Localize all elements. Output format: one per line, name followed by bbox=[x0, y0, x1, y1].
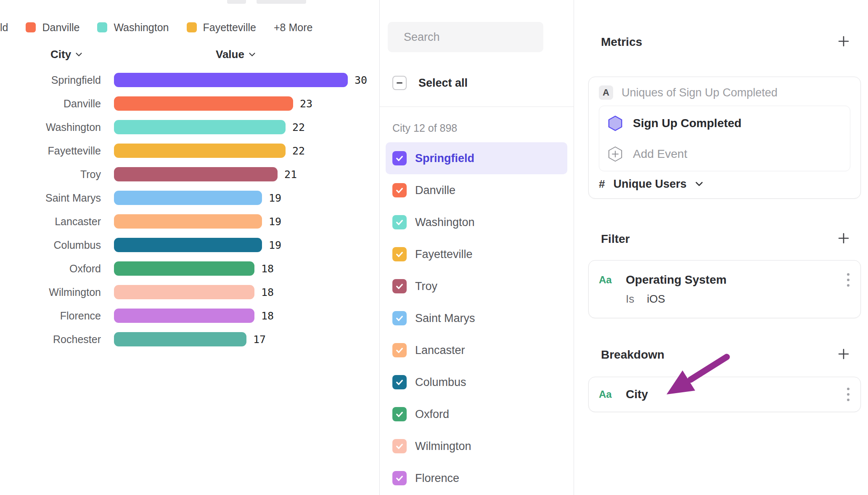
app-root: ld DanvilleWashingtonFayetteville +8 Mor… bbox=[0, 0, 868, 495]
legend-swatch bbox=[97, 22, 107, 32]
chevron-down-icon bbox=[695, 181, 703, 186]
list-item-springfield[interactable]: Springfield bbox=[386, 142, 567, 174]
chart-row: Washington22 bbox=[0, 115, 380, 139]
bar-value: 22 bbox=[292, 145, 305, 157]
legend-label: Danville bbox=[42, 21, 79, 34]
search-box[interactable] bbox=[388, 22, 543, 52]
bar-value: 19 bbox=[269, 216, 281, 228]
bar-label: Fayetteville bbox=[0, 145, 101, 157]
list-item-label: Washington bbox=[415, 216, 475, 229]
list-item-lancaster[interactable]: Lancaster bbox=[380, 334, 574, 366]
sort-chevron-icon bbox=[75, 52, 82, 57]
column-header-city[interactable]: City bbox=[50, 48, 82, 61]
checkbox[interactable] bbox=[392, 311, 407, 325]
list-item-columbus[interactable]: Columbus bbox=[380, 366, 574, 398]
legend-item[interactable]: Fayetteville bbox=[187, 21, 256, 34]
metric-summary-label: Uniques of Sign Up Completed bbox=[622, 86, 778, 99]
measure-label: Unique Users bbox=[613, 178, 686, 191]
list-item-label: Troy bbox=[415, 280, 437, 293]
list-item-fayetteville[interactable]: Fayetteville bbox=[380, 238, 574, 270]
text-type-icon: Aa bbox=[599, 389, 617, 400]
filter-section-title: Filter bbox=[601, 232, 630, 246]
list-item-danville[interactable]: Danville bbox=[380, 174, 574, 206]
checkbox[interactable] bbox=[392, 151, 407, 165]
chart-row: Columbus19 bbox=[0, 233, 380, 257]
bar-label: Washington bbox=[0, 121, 101, 133]
list-item-oxford[interactable]: Oxford bbox=[380, 398, 574, 430]
checkbox[interactable] bbox=[392, 407, 407, 421]
bar-label: Lancaster bbox=[0, 216, 101, 228]
bar-label: Wilmington bbox=[0, 286, 101, 298]
bar-value: 21 bbox=[284, 168, 297, 181]
bar[interactable] bbox=[114, 96, 293, 111]
checkbox[interactable] bbox=[392, 471, 407, 485]
search-input[interactable] bbox=[404, 31, 553, 44]
measure-dropdown[interactable]: # Unique Users bbox=[599, 176, 850, 192]
column-header-city-label: City bbox=[50, 48, 71, 61]
check-icon bbox=[395, 186, 404, 195]
legend-item[interactable]: Washington bbox=[97, 21, 169, 34]
checkbox[interactable] bbox=[392, 439, 407, 453]
legend-items: DanvilleWashingtonFayetteville bbox=[26, 21, 256, 34]
chart-rows: Springfield30Danville23Washington22Fayet… bbox=[0, 68, 380, 351]
select-all-label: Select all bbox=[418, 77, 468, 90]
chart-legend: ld DanvilleWashingtonFayetteville +8 Mor… bbox=[0, 20, 312, 35]
kebab-menu-icon[interactable] bbox=[846, 271, 850, 288]
query-builder-panel: Metrics A Uniques of Sign Up Completed S… bbox=[574, 0, 868, 495]
bar[interactable] bbox=[114, 144, 286, 158]
list-item-label: Florence bbox=[415, 472, 459, 485]
checkbox[interactable] bbox=[392, 343, 407, 357]
add-filter-button[interactable] bbox=[837, 232, 850, 245]
bar-label: Columbus bbox=[0, 239, 101, 251]
event-hexagon-icon bbox=[607, 115, 624, 132]
bar-label: Saint Marys bbox=[0, 192, 101, 204]
filter-operator: Is bbox=[626, 293, 634, 306]
list-item-wilmington[interactable]: Wilmington bbox=[380, 430, 574, 462]
bar[interactable] bbox=[114, 261, 254, 276]
bar[interactable] bbox=[114, 214, 262, 229]
kebab-menu-icon[interactable] bbox=[846, 386, 850, 403]
bar-value: 30 bbox=[355, 74, 367, 86]
chart-row: Danville23 bbox=[0, 92, 380, 115]
checkbox[interactable] bbox=[392, 247, 407, 261]
bar[interactable] bbox=[114, 167, 278, 181]
bar[interactable] bbox=[114, 191, 262, 205]
chart-row: Springfield30 bbox=[0, 68, 380, 92]
add-event-row[interactable]: Add Event bbox=[599, 138, 850, 169]
legend-item[interactable]: Danville bbox=[26, 21, 79, 34]
bar[interactable] bbox=[114, 238, 262, 252]
select-all-row[interactable]: Select all bbox=[392, 76, 468, 90]
checkbox[interactable] bbox=[392, 279, 407, 293]
checkbox[interactable] bbox=[392, 375, 407, 389]
event-card: Sign Up Completed Add Event bbox=[599, 106, 850, 171]
select-all-checkbox[interactable] bbox=[392, 76, 407, 90]
add-metric-button[interactable] bbox=[837, 35, 850, 48]
legend-more-label[interactable]: +8 More bbox=[274, 21, 312, 34]
metric-card: A Uniques of Sign Up Completed Sign Up C… bbox=[588, 77, 861, 199]
add-breakdown-button[interactable] bbox=[837, 348, 850, 360]
list-item-florence[interactable]: Florence bbox=[380, 462, 574, 494]
bar-value: 22 bbox=[292, 121, 305, 133]
list-item-label: Lancaster bbox=[415, 344, 465, 357]
breakdown-property-row[interactable]: Aa City bbox=[599, 385, 850, 404]
filter-condition[interactable]: Is iOS bbox=[599, 293, 850, 306]
bar[interactable] bbox=[114, 285, 254, 299]
bar[interactable] bbox=[114, 73, 348, 87]
list-item-troy[interactable]: Troy bbox=[380, 270, 574, 302]
list-item-washington[interactable]: Washington bbox=[380, 206, 574, 238]
bar[interactable] bbox=[114, 120, 286, 134]
filter-property-row[interactable]: Aa Operating System bbox=[599, 271, 850, 289]
bar[interactable] bbox=[114, 332, 246, 346]
column-header-value[interactable]: Value bbox=[216, 48, 256, 61]
list-item-saint-marys[interactable]: Saint Marys bbox=[380, 302, 574, 334]
bar-label: Springfield bbox=[0, 74, 101, 86]
check-icon bbox=[395, 250, 404, 259]
checkbox[interactable] bbox=[392, 215, 407, 229]
divider bbox=[380, 106, 574, 107]
checkbox[interactable] bbox=[392, 183, 407, 197]
list-item-label: Saint Marys bbox=[415, 312, 475, 325]
plus-icon bbox=[837, 348, 850, 360]
bar[interactable] bbox=[114, 309, 254, 323]
event-row[interactable]: Sign Up Completed bbox=[599, 108, 850, 138]
chart-row: Oxford18 bbox=[0, 257, 380, 280]
